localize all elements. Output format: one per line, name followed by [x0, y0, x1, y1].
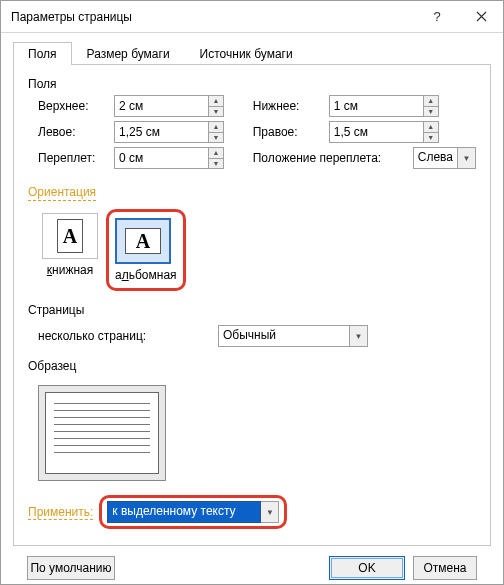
- apply-value: к выделенному тексту: [107, 501, 261, 523]
- sample-section-label: Образец: [28, 359, 476, 373]
- preview-box: [38, 385, 166, 481]
- tabstrip: Поля Размер бумаги Источник бумаги: [13, 41, 491, 65]
- orientation-portrait[interactable]: A книжная: [38, 209, 102, 291]
- apply-row: Применить: к выделенному тексту ▼: [28, 491, 476, 533]
- defaults-button[interactable]: По умолчанию: [27, 556, 115, 580]
- portrait-caption: книжная: [42, 263, 98, 277]
- top-input[interactable]: [114, 95, 208, 117]
- chevron-down-icon: ▼: [458, 147, 476, 169]
- orientation-row: A книжная A альбомная: [38, 209, 476, 291]
- gutter-label: Переплет:: [38, 151, 114, 165]
- gutter-input[interactable]: [114, 147, 208, 169]
- landscape-caption: альбомная: [115, 268, 177, 282]
- highlight-apply: к выделенному тексту ▼: [99, 495, 287, 529]
- tab-paper-size[interactable]: Размер бумаги: [72, 42, 185, 65]
- apply-label: Применить:: [28, 505, 93, 520]
- footer: По умолчанию OK Отмена: [13, 546, 491, 585]
- orientation-landscape[interactable]: A альбомная: [111, 214, 181, 286]
- cancel-button[interactable]: Отмена: [413, 556, 477, 580]
- gutter-pos-combo[interactable]: Слева ▼: [413, 147, 476, 169]
- landscape-thumb: A: [115, 218, 171, 264]
- apply-combo[interactable]: к выделенному тексту ▼: [107, 501, 279, 523]
- right-spinner[interactable]: ▲▼: [329, 121, 439, 143]
- chevron-down-icon: ▼: [261, 501, 279, 523]
- close-icon: [476, 11, 487, 22]
- margins-section-label: Поля: [28, 77, 476, 91]
- right-label: Правое:: [253, 125, 329, 139]
- highlight-orientation: A альбомная: [106, 209, 186, 291]
- multi-pages-combo[interactable]: Обычный ▼: [218, 325, 368, 347]
- help-button[interactable]: ?: [415, 1, 459, 32]
- ok-button[interactable]: OK: [329, 556, 405, 580]
- chevron-down-icon: ▼: [350, 325, 368, 347]
- tab-paper-source[interactable]: Источник бумаги: [185, 42, 308, 65]
- margins-grid: Верхнее: ▲▼ Левое: ▲▼: [38, 95, 476, 173]
- preview-page-icon: [45, 392, 159, 474]
- page-setup-dialog: Параметры страницы ? Поля Размер бумаги …: [0, 0, 504, 585]
- gutter-pos-value: Слева: [413, 147, 458, 169]
- bottom-spinner[interactable]: ▲▼: [329, 95, 439, 117]
- right-input[interactable]: [329, 121, 423, 143]
- spinner-buttons[interactable]: ▲▼: [208, 95, 224, 117]
- orientation-label: Ориентация: [28, 185, 96, 201]
- top-label: Верхнее:: [38, 99, 114, 113]
- pages-section-label: Страницы: [28, 303, 476, 317]
- left-spinner[interactable]: ▲▼: [114, 121, 224, 143]
- left-input[interactable]: [114, 121, 208, 143]
- gutter-spinner[interactable]: ▲▼: [114, 147, 224, 169]
- tab-fields[interactable]: Поля: [13, 42, 72, 65]
- bottom-input[interactable]: [329, 95, 423, 117]
- titlebar: Параметры страницы ?: [1, 1, 503, 33]
- close-button[interactable]: [459, 1, 503, 32]
- bottom-label: Нижнее:: [253, 99, 329, 113]
- multi-pages-value: Обычный: [218, 325, 350, 347]
- multi-pages-label: несколько страниц:: [38, 329, 218, 343]
- content: Поля Размер бумаги Источник бумаги Поля …: [1, 33, 503, 585]
- tab-body: Поля Верхнее: ▲▼ Левое: ▲▼: [13, 65, 491, 546]
- window-title: Параметры страницы: [11, 10, 415, 24]
- left-label: Левое:: [38, 125, 114, 139]
- gutter-pos-label: Положение переплета:: [253, 151, 413, 165]
- top-spinner[interactable]: ▲▼: [114, 95, 224, 117]
- portrait-thumb: A: [42, 213, 98, 259]
